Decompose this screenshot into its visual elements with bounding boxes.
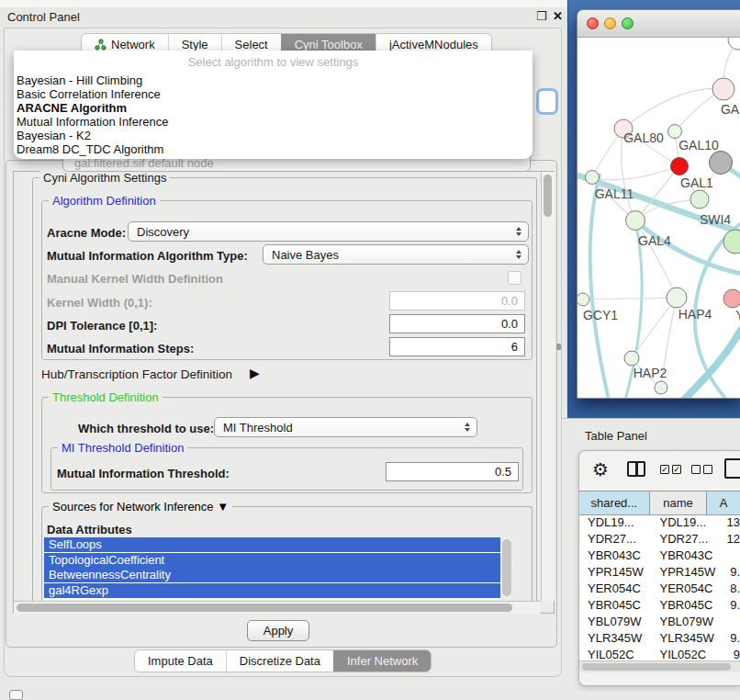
network-node-gal4[interactable]	[626, 211, 645, 231]
close-traffic-light[interactable]	[587, 17, 599, 29]
gear-icon[interactable]: ⚙	[592, 458, 609, 480]
expand-arrow-icon[interactable]: ▶	[250, 366, 260, 380]
edge	[635, 166, 679, 220]
tab-impute-data[interactable]: Impute Data	[135, 650, 226, 672]
node-label: GAL	[721, 102, 740, 117]
network-node-gal-partial[interactable]	[712, 78, 734, 100]
algorithm-item[interactable]: Bayesian - Hill Climbing	[14, 73, 533, 87]
algorithm-item[interactable]: Mutual Information Inference	[14, 115, 533, 129]
minimize-traffic-light[interactable]	[604, 17, 616, 29]
table-row[interactable]: YDR27...YDR27...12	[579, 532, 740, 548]
column-header-name[interactable]: name	[650, 491, 708, 514]
network-node[interactable]	[655, 381, 667, 394]
kernel-width-label: Kernel Width (0,1):	[47, 296, 152, 310]
network-node-salmon[interactable]	[723, 289, 740, 308]
table-row[interactable]: YIL052CYIL052C9	[579, 648, 740, 660]
control-panel-title: Control Panel	[7, 10, 80, 24]
select-all-checks-icon[interactable]: ✓ ✓	[660, 465, 681, 474]
close-panel-icon[interactable]: ✕	[553, 9, 563, 23]
edge	[684, 330, 740, 399]
network-canvas[interactable]: GAL GAL80 GAL10 GAL1 GAL11 SWI4 GAL4 GCY…	[577, 38, 740, 399]
table-row[interactable]: YLR345WYLR345W9.	[579, 631, 740, 648]
edge	[590, 175, 609, 399]
network-node-hap2[interactable]	[624, 351, 639, 366]
attribute-item-selected[interactable]: BetweennessCentrality	[44, 568, 500, 582]
edge	[583, 298, 677, 299]
focused-scroll-button[interactable]	[536, 88, 558, 115]
tab-discretize-data[interactable]: Discretize Data	[226, 650, 333, 672]
table-row[interactable]: YDL19...YDL19...13	[579, 515, 740, 532]
group-title: Sources for Network Inference ▼	[49, 500, 232, 514]
network-node[interactable]	[728, 38, 740, 50]
column-header-shared-name[interactable]: shared...	[579, 491, 650, 514]
scrollbar-thumb[interactable]	[502, 539, 511, 596]
attribute-item-selected[interactable]: TopologicalCoefficient	[44, 553, 500, 568]
tab-infer-network[interactable]: Infer Network	[333, 650, 431, 672]
network-window[interactable]: GAL GAL80 GAL10 GAL1 GAL11 SWI4 GAL4 GCY…	[577, 9, 740, 399]
table-window: ⚙ ✓ ✓ shared... name A YDL19...YDL19...1…	[578, 450, 740, 686]
columns-icon[interactable]	[627, 461, 645, 477]
stepper-arrows-icon	[516, 250, 521, 259]
network-node-gal10[interactable]	[710, 152, 733, 175]
collapsed-panel-icon[interactable]	[9, 690, 23, 700]
node-label: HAP2	[633, 366, 667, 380]
edge	[623, 88, 723, 129]
table-row[interactable]: YBL079WYBL079W	[579, 615, 740, 631]
table-header-row: shared... name A	[579, 491, 740, 515]
which-threshold-label: Which threshold to use:	[78, 422, 214, 435]
attribute-item-selected[interactable]: SelfLoops	[44, 537, 500, 552]
mi-algorithm-type-label: Mutual Information Algorithm Type:	[47, 249, 248, 263]
collapse-arrow-icon[interactable]: ▼	[217, 500, 229, 514]
float-panel-icon[interactable]: ❒	[536, 9, 547, 23]
application-root: Control Panel ❒ ✕ Network Style Select C…	[0, 0, 740, 700]
table-row[interactable]: YBR045CYBR045C9.	[579, 598, 740, 615]
network-node-red[interactable]	[671, 158, 689, 175]
data-attributes-label: Data Attributes	[47, 523, 132, 536]
mi-steps-input[interactable]: 6	[389, 337, 525, 356]
node-label: GAL11	[595, 186, 634, 201]
network-window-titlebar[interactable]	[577, 10, 740, 38]
network-node-hap4[interactable]	[667, 288, 687, 308]
settings-vertical-scrollbar[interactable]	[541, 172, 555, 601]
apply-button[interactable]: Apply	[247, 620, 309, 641]
table-row[interactable]: YER054CYER054C8.	[579, 581, 740, 598]
aracne-mode-combobox[interactable]: Discovery	[128, 221, 529, 242]
mi-threshold-input[interactable]: 0.5	[386, 462, 519, 481]
algorithm-item[interactable]: Bayesian - K2	[14, 129, 533, 142]
dpi-tolerance-input[interactable]: 0.0	[389, 314, 525, 333]
table-row[interactable]: YBR043CYBR043C	[579, 548, 740, 565]
manual-kernel-width-checkbox[interactable]	[508, 271, 521, 285]
settings-horizontal-scrollbar[interactable]	[14, 601, 541, 614]
node-label: Y	[735, 308, 740, 322]
algorithm-popup: Select algorithm to view settings Bayesi…	[14, 51, 533, 159]
which-threshold-combobox[interactable]: MI Threshold	[214, 417, 477, 437]
attribute-item-selected[interactable]: gal4RGexp	[44, 583, 500, 598]
table-row[interactable]: YPR145WYPR145W9.	[579, 565, 740, 581]
group-title: Algorithm Definition	[49, 194, 160, 208]
deselect-all-boxes-icon[interactable]	[691, 465, 712, 474]
network-node-gal1[interactable]	[690, 190, 709, 209]
algorithm-item[interactable]: Dream8 DC_TDC Algorithm	[14, 142, 533, 156]
network-node-gal11[interactable]	[586, 171, 600, 185]
network-node-gcy1[interactable]	[577, 293, 589, 306]
network-node[interactable]	[668, 125, 682, 139]
node-label: GAL80	[623, 130, 664, 145]
scrollbar-thumb[interactable]	[544, 175, 552, 217]
top-strip	[0, 0, 567, 7]
node-label: GAL10	[678, 138, 719, 152]
scrollbar-thumb[interactable]	[17, 604, 512, 612]
panel-splitter-handle[interactable]	[556, 344, 561, 350]
algorithm-item[interactable]: Basic Correlation Inference	[14, 87, 533, 101]
group-title: Threshold Definition	[49, 390, 163, 404]
column-header-partial[interactable]: A	[707, 491, 740, 514]
network-node-swi4[interactable]	[723, 230, 740, 254]
data-attributes-list: SelfLoops TopologicalCoefficient Between…	[44, 537, 514, 600]
list-vertical-scrollbar[interactable]	[500, 537, 514, 600]
algorithm-item-selected[interactable]: ARACNE Algorithm	[14, 101, 533, 115]
scrollbar-thumb[interactable]	[582, 663, 731, 671]
export-table-icon[interactable]	[724, 458, 740, 479]
table-horizontal-scrollbar[interactable]	[579, 660, 740, 672]
zoom-traffic-light[interactable]	[622, 17, 633, 29]
mi-algorithm-type-combobox[interactable]: Naive Bayes	[263, 244, 529, 265]
kernel-width-input[interactable]: 0.0	[389, 291, 525, 310]
